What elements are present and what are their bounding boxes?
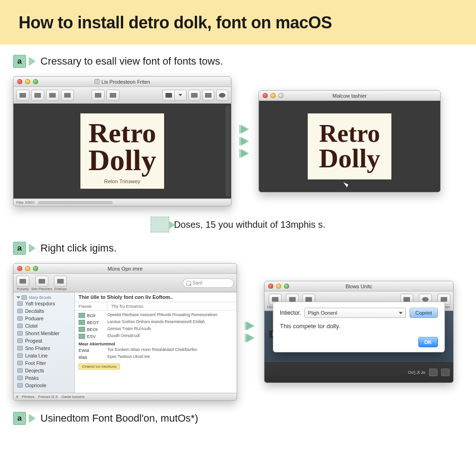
minimize-icon[interactable] [271,93,276,98]
list-item[interactable]: BEOtGemius Tvatm RU/Aoufs [75,326,237,333]
window-title: Blows Unitc [345,284,372,289]
toolbar-button[interactable] [216,90,228,101]
chevron-right-icon [246,321,255,331]
folder-icon [17,353,23,358]
sidebar-item[interactable]: Lnala Line [13,352,74,359]
toolbar-dropdown[interactable] [174,90,186,101]
toolbar-button[interactable] [35,276,48,287]
sidebar-item[interactable]: Poduare [13,315,74,322]
zoom-icon[interactable] [33,266,38,271]
toolbar-button[interactable] [106,90,119,101]
zoom-icon[interactable] [278,93,284,98]
zoom-icon[interactable] [33,79,38,84]
window-traffic-lights[interactable] [17,79,38,84]
step-1-pair: Lis Prodesteon Friten [13,76,463,206]
font-sample-line: Dolly [317,145,382,171]
close-icon[interactable] [268,284,273,289]
close-icon[interactable] [17,79,22,84]
chevron-right-icon [29,414,35,423]
toolbar-button[interactable] [61,90,74,101]
highlight-pill[interactable]: Cirianst Ion bechions [79,364,120,370]
close-icon[interactable] [17,266,22,271]
sidebar-item[interactable]: Peaks [13,374,74,382]
toolbar-button[interactable] [162,90,174,101]
chevron-down-icon [399,312,403,314]
window-traffic-lights[interactable] [263,93,284,98]
sidebar-item[interactable]: Foot Fiter [13,359,74,367]
ok-button[interactable]: OK [418,337,438,347]
status-text: fl [16,395,18,399]
finder-window: Múns Opn imre Posunty Sinn Pisrshers Ena… [13,263,237,401]
close-icon[interactable] [263,93,268,98]
thumb-icon[interactable] [429,369,437,376]
font-sample-line: Retro [88,120,157,146]
toolbar-button[interactable] [54,276,67,287]
color-swatch-icon [79,327,85,332]
chevron-right-icon [246,333,255,343]
minimize-icon[interactable] [276,284,281,289]
slider[interactable] [38,201,112,204]
toolbar-label: Enalloys [54,287,66,291]
sidebar-item[interactable]: Decdalts [13,307,74,315]
zoom-icon[interactable] [284,284,289,289]
list-item[interactable]: BGlrOpeekit Ptterbass Asssuenl Phkontit … [75,312,237,319]
finder-list-pane: Thie ûlle to Shioly font con liv Eoftom.… [75,292,237,393]
toolbar-button[interactable] [188,90,200,101]
preview-canvas: Retro Dolly [259,101,440,192]
inspector-select[interactable]: Pligh Oonenl [304,308,405,318]
titlebar[interactable]: Blows Unitc [264,281,453,291]
sidebar-header: Mary Brools [13,294,74,300]
search-input[interactable]: Sard [183,278,234,288]
window-traffic-lights[interactable] [268,284,289,289]
folder-icon [17,324,23,328]
sidebar-item[interactable]: Shonrt Menibler [13,330,74,337]
status-text: Gacte toncers [61,395,85,399]
list-item[interactable]: ESVEloodh Onrsds'udl [75,333,237,340]
thumb-icon[interactable] [441,369,450,376]
step-3-badge: a [13,412,26,425]
minimize-icon[interactable] [25,266,30,271]
minimize-icon[interactable] [25,79,30,84]
toolbar-button[interactable] [46,90,59,101]
step-arrow [246,321,255,343]
status-bar: Fles: E0G'l [13,198,231,206]
font-sample-card: Retro Dolly [308,113,391,179]
under-text: Oo'j Jt Jo [408,370,425,375]
window-traffic-lights[interactable] [17,266,38,271]
sidebar-item[interactable]: Ooprioole [13,382,74,389]
titlebar[interactable]: Lis Prodesteon Friten [13,77,231,87]
toolbar-button[interactable] [31,90,44,101]
chevron-right-icon [241,137,249,146]
title-banner: How to install detro dolk, font on macOS [0,0,476,45]
list-item[interactable]: BEOTLarotus Soshes Orshars iinands Resem… [75,319,237,326]
window-title: Lis Prodesteon Friten [94,79,150,85]
status-text: Fnivors f2.5 [38,395,58,399]
sidebar-item[interactable]: Progeat [13,337,74,344]
sidebar-item[interactable]: Yaft Irespdors [13,300,74,307]
toolbar-button[interactable] [16,90,29,101]
list-item[interactable]: EWatTox Sordiem Itihan Honn Rnealdedanl … [75,347,237,354]
chevron-right-icon [29,57,35,66]
list-item[interactable]: tifattEpes Twstson Ukotd tire [75,354,237,361]
sidebar-item[interactable]: Sno Fhates [13,344,74,352]
disclosure-icon[interactable] [17,297,20,299]
mid-note-text: Doses, 15 you withduit of 13mphis s. [174,219,325,230]
sidebar-item[interactable]: Clotel [13,322,74,330]
font-viewer-window: Malcow tashier Retro Dolly [258,90,441,192]
pane-header: Thie ûlle to Shioly font con liv Eoftom.… [75,292,237,302]
preview-canvas: Retro Dolly Relon Trinswey [13,104,231,198]
toolbar: Posunty Sinn Pisrshers Enalloys Sard [13,274,237,292]
folder-icon [21,295,27,300]
titlebar[interactable]: Malcow tashier [259,91,440,101]
toolbar-button[interactable] [202,90,214,101]
folder-icon [17,368,23,373]
toolbar-button[interactable] [16,276,29,287]
toolbar-segment[interactable] [162,90,186,101]
step-1-text: Cressary to esall view font of fonts tow… [40,55,223,67]
titlebar[interactable]: Múns Opn imre [13,264,237,274]
scrollbar[interactable] [225,106,230,197]
confirm-button[interactable]: Coprint [410,308,438,318]
sidebar-item[interactable]: Deojects [13,367,74,374]
content-area: a Cressary to esall view font of fonts t… [0,45,476,433]
toolbar-button[interactable] [92,90,105,101]
